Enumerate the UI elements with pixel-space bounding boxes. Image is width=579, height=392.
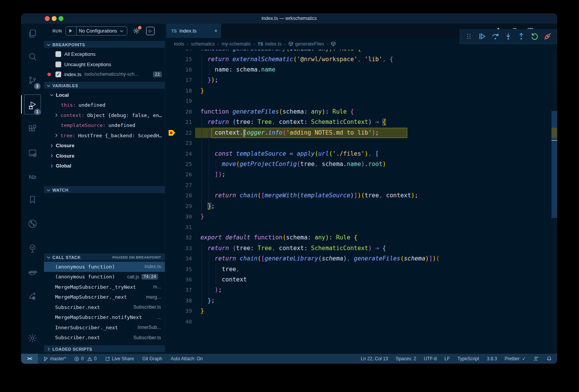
activity-remote-explorer[interactable] [21, 144, 44, 162]
activity-docker[interactable] [21, 263, 44, 281]
title-bar[interactable]: index.ts — wrkschematics [21, 13, 557, 24]
variable-row[interactable]: templateSource:undefined [44, 120, 165, 131]
statusbar-ts-version[interactable]: 3.8.3 [487, 356, 497, 361]
watch-header[interactable]: WATCH [44, 186, 165, 193]
call-stack-frame[interactable]: Subscriber.next Subscriber.ts [44, 333, 165, 343]
launch-config-dropdown[interactable]: No Configurations [65, 26, 127, 36]
checkbox[interactable] [55, 62, 61, 67]
code-line-31[interactable]: 31 [165, 222, 557, 233]
remote-indicator[interactable]: >< [21, 354, 38, 364]
statusbar-auto-attach[interactable]: Auto Attach: On [171, 356, 203, 361]
call-stack-header[interactable]: CALL STACKPAUSED ON BREAKPOINT [44, 254, 165, 260]
code-line-30[interactable]: 30} [165, 211, 557, 222]
breakpoint-row[interactable]: ✓ index.ts tools/schematics/my-sch... 22 [44, 69, 165, 79]
statusbar-branch[interactable]: master* [43, 356, 66, 361]
activity-search[interactable] [21, 47, 44, 66]
step-into-icon[interactable] [503, 31, 513, 41]
statusbar-live-share[interactable]: Live Share [105, 356, 134, 361]
activity-git-graph[interactable] [21, 215, 44, 233]
statusbar-eol[interactable]: LF [444, 356, 450, 361]
call-stack-frame[interactable]: InnerSubscriber._next InnerSub... [44, 322, 165, 333]
code-line-14[interactable]: 14function generateLibrary(schema: any):… [165, 50, 557, 54]
statusbar-feedback[interactable] [533, 356, 539, 361]
code-line-38[interactable]: 38 }; [165, 296, 557, 306]
code-line-23[interactable]: 23 [165, 138, 557, 148]
restart-icon[interactable] [530, 31, 540, 41]
activity-bookmarks[interactable] [21, 190, 44, 209]
variables-header[interactable]: VARIABLES [44, 82, 165, 89]
code-line-32[interactable]: 32export default function(schema: any): … [165, 233, 557, 243]
call-stack-frame[interactable]: (anonymous function) call.js 74:24 [44, 272, 165, 282]
call-stack-frame[interactable]: MergeMapSubscriber.notifyNext ... [44, 312, 165, 323]
code-line-26[interactable]: 26 ]); [165, 169, 557, 180]
activity-manage[interactable] [21, 329, 44, 347]
step-out-icon[interactable] [516, 31, 526, 41]
statusbar-git-graph[interactable]: Git Graph [142, 356, 162, 361]
breadcrumb-item[interactable]: schematics [191, 41, 215, 47]
scope-row[interactable]: Global [44, 161, 165, 171]
statusbar-indentation[interactable]: Spaces: 2 [396, 356, 416, 361]
breadcrumb-item[interactable]: tools [174, 41, 184, 47]
code-line-34[interactable]: 34 return chain([generateLibrary(schema)… [165, 254, 557, 264]
code-line-18[interactable]: 18} [165, 86, 557, 96]
play-icon[interactable] [68, 28, 73, 33]
breadcrumb-item[interactable]: generateFiles [288, 41, 324, 47]
variable-row[interactable]: context:Object {debug: false, en… [44, 110, 165, 120]
drag-handle-icon[interactable] [464, 31, 474, 41]
code-line-37[interactable]: 37 ); [165, 285, 557, 295]
scope-row[interactable]: Closure [44, 141, 165, 151]
problems-indicator[interactable]: 0 0 [74, 356, 96, 361]
code-line-40[interactable]: 40 [165, 317, 557, 327]
activity-todo-tree[interactable] [21, 239, 44, 258]
code-line-25[interactable]: 25 move(getProjectConfig(tree, schema.na… [165, 159, 557, 169]
code-line-27[interactable]: 27 [165, 180, 557, 190]
statusbar-language-mode[interactable]: TypeScript [457, 356, 479, 361]
code-line-16[interactable]: 16 name: schema.name [165, 65, 557, 75]
scope-row[interactable]: Local [44, 90, 165, 100]
code-line-29[interactable]: 29 }; [165, 201, 557, 211]
statusbar-cursor-position[interactable]: Ln 22, Col 13 [361, 356, 388, 361]
breakpoint-row[interactable]: All Exceptions [44, 49, 165, 59]
scope-row[interactable]: Closure [44, 151, 165, 161]
code-line-36[interactable]: 36 context [165, 275, 557, 285]
code-line-24[interactable]: 24 const templateSource = apply(url('./f… [165, 149, 557, 159]
breakpoints-header[interactable]: BREAKPOINTS [44, 41, 165, 48]
code-line-19[interactable]: 19 [165, 96, 557, 106]
variable-row[interactable]: tree:HostTree {_backend: ScopedH… [44, 130, 165, 141]
tab-index-ts[interactable]: TS index.ts × [166, 24, 221, 38]
code-editor[interactable]: 14function generateLibrary(schema: any):… [165, 50, 557, 354]
activity-explorer[interactable] [21, 24, 44, 43]
code-line-20[interactable]: 20function generateFiles(schema: any): R… [165, 107, 557, 117]
code-line-22[interactable]: 22 context.logger.info('adding NOTES.md … [165, 128, 557, 138]
call-stack-frame[interactable]: MergeMapSubscriber._tryNext m... [44, 282, 165, 292]
variable-row[interactable]: this:undefined [44, 100, 165, 111]
statusbar-prettier[interactable]: Prettier: ✓ [505, 356, 526, 361]
code-line-28[interactable]: 28 return chain([mergeWith(templateSourc… [165, 190, 557, 201]
code-line-15[interactable]: 15 return externalSchematic('@nrwl/works… [165, 54, 557, 65]
statusbar-notifications[interactable] [546, 356, 552, 361]
continue-icon[interactable] [477, 31, 487, 41]
activity-source-control[interactable]: 3 [21, 71, 44, 89]
activity-nx-console[interactable]: N≥ [21, 168, 44, 186]
step-over-icon[interactable] [490, 31, 500, 41]
breadcrumb-item[interactable] [331, 41, 338, 46]
code-line-17[interactable]: 17 }); [165, 75, 557, 85]
call-stack-frame[interactable]: Subscriber.next Subscriber.ts [44, 302, 165, 312]
call-stack-frame[interactable]: MergeMapSubscriber._next merg... [44, 292, 165, 303]
breakpoint-row[interactable]: Uncaught Exceptions [44, 59, 165, 69]
scrollbar[interactable] [551, 50, 557, 354]
code-line-35[interactable]: 35 tree, [165, 264, 557, 275]
close-icon[interactable]: × [214, 28, 217, 34]
configure-gear-button[interactable] [133, 27, 140, 34]
breadcrumb-item[interactable]: my-schematic [221, 41, 251, 47]
statusbar-encoding[interactable]: UTF-8 [424, 356, 437, 361]
activity-extensions[interactable] [21, 120, 44, 138]
call-stack-frame[interactable]: (anonymous function) index.ts [44, 262, 165, 272]
scrollbar-thumb[interactable] [551, 111, 557, 218]
checkbox[interactable] [55, 51, 61, 57]
code-line-39[interactable]: 39} [165, 306, 557, 316]
code-line-33[interactable]: 33 return (tree: Tree, context: Schemati… [165, 243, 557, 254]
checkbox[interactable]: ✓ [55, 72, 61, 77]
open-debug-console-button[interactable]: ▷ [146, 27, 155, 35]
code-line-21[interactable]: 21 return (tree: Tree, context: Schemati… [165, 117, 557, 127]
